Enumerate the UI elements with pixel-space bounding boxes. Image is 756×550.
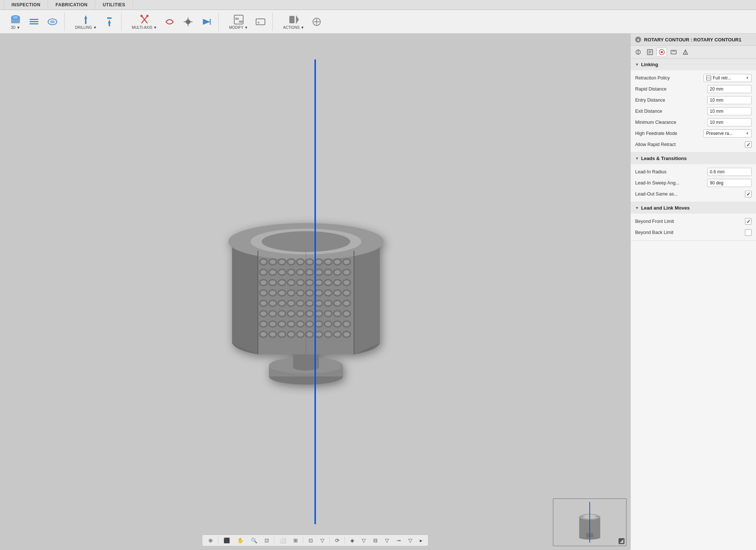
allow-rapid-retract-check: ✓ bbox=[746, 142, 750, 147]
retraction-policy-arrow: ▼ bbox=[746, 76, 749, 80]
tab-fabrication[interactable]: FABRICATION bbox=[48, 0, 95, 10]
btn-zoom-window[interactable]: 🔍 bbox=[249, 536, 259, 544]
field-beyond-back: Beyond Back Limit bbox=[631, 227, 756, 238]
btn-3d-contour[interactable]: 3D ▼ bbox=[7, 12, 24, 31]
btn-multiaxis-scissors[interactable]: MULTI-AXIS ▼ bbox=[130, 12, 159, 31]
lead-in-sweep-input[interactable] bbox=[707, 179, 752, 187]
drilling-label: DRILLING ▼ bbox=[75, 26, 97, 30]
allow-rapid-retract-checkbox[interactable]: ✓ bbox=[745, 141, 752, 148]
separator3 bbox=[303, 537, 303, 544]
tab-utilities[interactable]: UTILITIES bbox=[95, 0, 133, 10]
btn-frame[interactable]: ⬛ bbox=[221, 536, 232, 544]
svg-point-80 bbox=[344, 270, 350, 274]
btn-display[interactable]: ⊡ bbox=[306, 536, 315, 544]
svg-point-42 bbox=[260, 259, 266, 264]
beyond-front-checkbox[interactable]: ✓ bbox=[745, 218, 752, 225]
tab-inspection[interactable]: INSPECTION bbox=[4, 0, 48, 10]
btn-multiaxis-3[interactable] bbox=[180, 14, 196, 29]
beyond-front-check: ✓ bbox=[746, 219, 750, 224]
field-rapid-distance: Rapid Distance bbox=[631, 84, 756, 95]
field-exit-distance: Exit Distance bbox=[631, 106, 756, 117]
btn-multiaxis-2[interactable] bbox=[161, 14, 178, 29]
btn-multiaxis-4[interactable] bbox=[198, 14, 215, 29]
panel-tab-4[interactable] bbox=[668, 47, 679, 57]
svg-point-44 bbox=[270, 259, 276, 264]
svg-point-219 bbox=[661, 51, 663, 53]
exit-distance-input[interactable] bbox=[707, 107, 752, 115]
svg-point-188 bbox=[288, 332, 294, 336]
btn-g1g2[interactable]: G1 G2 MODIFY ▼ bbox=[227, 12, 250, 31]
btn-actions-1[interactable]: ACTIONS ▼ bbox=[281, 12, 306, 31]
btn-zoom-fit[interactable]: ⊡ bbox=[262, 536, 271, 544]
svg-point-76 bbox=[325, 270, 331, 274]
panel-tab-1[interactable] bbox=[633, 47, 643, 57]
btn-section-dropdown[interactable]: ▽ bbox=[360, 536, 368, 544]
svg-point-90 bbox=[297, 280, 303, 285]
panel-tab-5[interactable] bbox=[680, 47, 691, 57]
high-feedrate-dropdown[interactable]: Preserve ra... ▼ bbox=[704, 129, 752, 138]
btn-display-dropdown[interactable]: ▽ bbox=[318, 536, 327, 544]
btn-explode[interactable]: ⊸ bbox=[394, 536, 403, 544]
svg-rect-9 bbox=[85, 19, 86, 24]
svg-point-116 bbox=[325, 291, 331, 295]
btn-pocket[interactable] bbox=[44, 14, 61, 29]
svg-point-70 bbox=[297, 270, 303, 274]
linking-title: Linking bbox=[641, 62, 658, 67]
svg-point-114 bbox=[316, 291, 322, 295]
retraction-policy-dropdown[interactable]: Full retr... ▼ bbox=[704, 74, 752, 82]
btn-modify-2[interactable]: ≡ bbox=[252, 14, 269, 29]
svg-point-148 bbox=[288, 311, 294, 316]
btn-pan[interactable]: ✋ bbox=[235, 536, 246, 544]
btn-explode-dropdown[interactable]: ▽ bbox=[406, 536, 415, 544]
btn-view-cube[interactable]: ⬜ bbox=[277, 536, 288, 544]
entry-distance-input[interactable] bbox=[707, 96, 752, 104]
svg-point-126 bbox=[279, 301, 285, 305]
viewport[interactable]: ⊕ ⬛ ✋ 🔍 ⊡ ⬜ ⊞ ⊡ ▽ ⟳ ◈ ▽ ⊟ ▽ ⊸ ▽ ▸ bbox=[0, 34, 630, 550]
min-clearance-label: Minimum Clearance bbox=[635, 120, 707, 125]
rapid-distance-input[interactable] bbox=[707, 85, 752, 93]
svg-point-194 bbox=[316, 332, 322, 336]
lead-out-same-checkbox[interactable]: ✓ bbox=[745, 191, 752, 197]
svg-point-118 bbox=[334, 291, 340, 295]
right-panel: ● ROTARY CONTOUR : ROTARY CONTOUR1 bbox=[630, 34, 756, 550]
btn-drilling-2[interactable] bbox=[101, 14, 118, 29]
lead-out-same-label: Lead-Out Same as... bbox=[635, 191, 745, 197]
section-leads-header[interactable]: ▼ Leads & Transitions bbox=[631, 153, 756, 164]
btn-section[interactable]: ◈ bbox=[348, 536, 357, 544]
btn-refresh[interactable]: ⟳ bbox=[333, 536, 342, 544]
field-min-clearance: Minimum Clearance bbox=[631, 117, 756, 128]
panel-tab-3[interactable] bbox=[657, 47, 667, 57]
btn-clip-dropdown[interactable]: ▽ bbox=[383, 536, 391, 544]
section-linking-content: Retraction Policy Full retr... ▼ bbox=[631, 70, 756, 152]
min-clearance-input[interactable] bbox=[707, 118, 752, 126]
lead-link-toggle: ▼ bbox=[635, 206, 639, 210]
svg-point-82 bbox=[260, 280, 266, 285]
svg-point-164 bbox=[270, 322, 276, 326]
svg-point-122 bbox=[260, 301, 266, 305]
panel-tab-2[interactable] bbox=[645, 47, 655, 57]
section-lead-link-header[interactable]: ▼ Lead and Link Moves bbox=[631, 202, 756, 214]
section-linking-header[interactable]: ▼ Linking bbox=[631, 59, 756, 70]
btn-clip[interactable]: ⊟ bbox=[371, 536, 380, 544]
btn-play[interactable]: ▸ bbox=[418, 536, 425, 544]
svg-point-2 bbox=[13, 16, 18, 19]
svg-point-96 bbox=[325, 280, 331, 285]
leads-title: Leads & Transitions bbox=[641, 156, 687, 161]
main-area: ⊕ ⬛ ✋ 🔍 ⊡ ⬜ ⊞ ⊡ ▽ ⟳ ◈ ▽ ⊟ ▽ ⊸ ▽ ▸ bbox=[0, 34, 756, 550]
svg-rect-3 bbox=[30, 19, 38, 20]
pocket-icon bbox=[47, 16, 58, 28]
btn-actions-2[interactable] bbox=[309, 14, 325, 29]
svg-point-138 bbox=[334, 301, 340, 305]
btn-drilling[interactable]: DRILLING ▼ bbox=[73, 12, 99, 31]
beyond-back-checkbox[interactable] bbox=[745, 229, 752, 236]
btn-rotate[interactable]: ⊕ bbox=[206, 536, 215, 544]
svg-marker-20 bbox=[203, 19, 210, 25]
mini-preview-expand[interactable] bbox=[619, 538, 624, 544]
btn-grid[interactable]: ⊞ bbox=[291, 536, 300, 544]
btn-parallel[interactable] bbox=[26, 14, 42, 29]
lead-link-title: Lead and Link Moves bbox=[641, 205, 689, 211]
svg-point-94 bbox=[316, 280, 322, 285]
svg-marker-211 bbox=[620, 539, 623, 543]
svg-point-146 bbox=[279, 311, 285, 316]
lead-in-radius-input[interactable] bbox=[707, 168, 752, 176]
